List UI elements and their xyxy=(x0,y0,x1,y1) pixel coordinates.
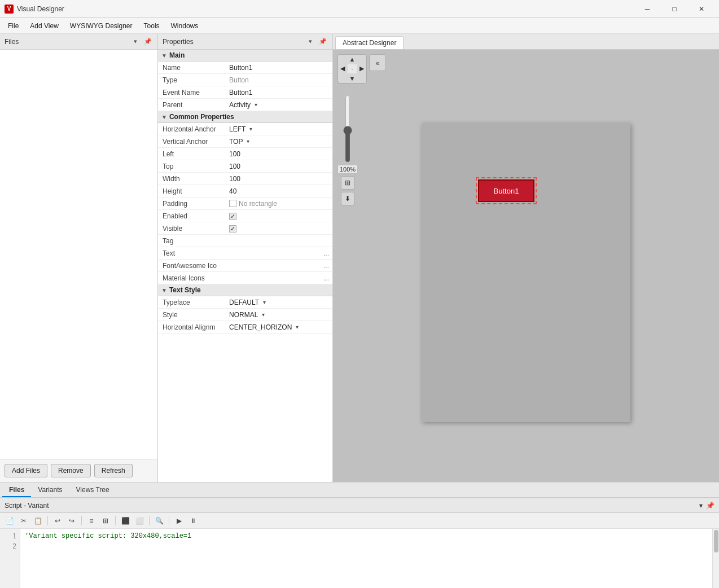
properties-panel-pin[interactable]: 📌 xyxy=(318,37,328,47)
script-redo-btn[interactable]: ↪ xyxy=(65,515,78,527)
nav-down-button[interactable]: ▼ xyxy=(348,73,357,83)
phone-canvas: Button1 xyxy=(422,123,630,422)
prop-h-anchor: Horizontal Anchor LEFT ▾ xyxy=(158,123,332,135)
designer-panel: Abstract Designer Match Chosen Variant ▲… xyxy=(333,34,719,482)
enabled-checkbox[interactable]: ✓ xyxy=(229,213,236,220)
prop-style-value[interactable]: NORMAL ▾ xyxy=(227,310,331,320)
prop-width-value[interactable]: 100 xyxy=(227,174,331,184)
script-new-btn[interactable]: 📄 xyxy=(3,515,16,527)
script-grid-btn[interactable]: ⊞ xyxy=(99,515,112,527)
fit-to-screen-button[interactable]: ⊞ xyxy=(341,176,354,190)
padding-checkbox[interactable] xyxy=(229,200,236,207)
nav-top-right xyxy=(357,55,366,64)
refresh-button[interactable]: Refresh xyxy=(94,464,133,477)
prop-typeface: Typeface DEFAULT ▾ xyxy=(158,296,332,309)
maximize-button[interactable]: □ xyxy=(661,0,687,18)
menu-file[interactable]: File xyxy=(2,20,24,32)
section-main[interactable]: ▼ Main xyxy=(158,50,332,62)
section-textstyle-arrow: ▼ xyxy=(161,287,167,293)
prop-left-label: Left xyxy=(159,149,227,159)
prop-left-value[interactable]: 100 xyxy=(227,149,331,159)
script-pause-btn[interactable]: ⏸ xyxy=(187,515,199,527)
remove-button[interactable]: Remove xyxy=(51,464,91,477)
prop-fontawesome-value[interactable] xyxy=(227,265,323,267)
scrollbar-thumb[interactable] xyxy=(714,530,718,552)
files-panel-arrow[interactable]: ▾ xyxy=(130,37,141,47)
menu-wysiwyg[interactable]: WYSIWYG Designer xyxy=(64,20,138,32)
close-button[interactable]: ✕ xyxy=(689,0,714,18)
menu-windows[interactable]: Windows xyxy=(165,20,204,32)
prop-name-value[interactable]: Button1 xyxy=(227,63,331,73)
properties-content: ▼ Main Name Button1 Type Button Event Na… xyxy=(158,50,332,482)
prop-tag-value[interactable] xyxy=(227,240,331,242)
script-outdent-btn[interactable]: ⬜ xyxy=(133,515,146,527)
text-dots[interactable]: ... xyxy=(323,249,331,257)
files-panel-pin[interactable]: 📌 xyxy=(143,37,153,47)
script-pin[interactable]: 📌 xyxy=(706,502,714,510)
prop-material: Material Icons ... xyxy=(158,272,332,284)
prop-padding-value[interactable]: No rectangle xyxy=(227,199,331,209)
material-dots[interactable]: ... xyxy=(323,274,331,282)
tab-files[interactable]: Files xyxy=(2,484,31,497)
fontawesome-dots[interactable]: ... xyxy=(323,262,331,270)
prop-name-label: Name xyxy=(159,63,227,73)
script-scrollbar[interactable] xyxy=(712,529,719,588)
prop-top: Top 100 xyxy=(158,160,332,173)
prop-tag: Tag xyxy=(158,235,332,247)
prop-parent-value[interactable]: Activity ▾ xyxy=(227,100,331,110)
section-textstyle[interactable]: ▼ Text Style xyxy=(158,284,332,296)
prop-h-align: Horizontal Alignm CENTER_HORIZON ▾ xyxy=(158,321,332,334)
nav-up-button[interactable]: ▲ xyxy=(348,55,357,64)
script-undo-btn[interactable]: ↩ xyxy=(51,515,64,527)
tab-views-tree[interactable]: Views Tree xyxy=(69,484,116,497)
zoom-slider[interactable] xyxy=(342,95,353,163)
download-button[interactable]: ⬇ xyxy=(341,192,354,205)
sep4 xyxy=(149,516,150,525)
tab-variants[interactable]: Variants xyxy=(31,484,69,497)
nav-back-button[interactable]: « xyxy=(369,54,386,71)
h-anchor-arrow: ▾ xyxy=(247,125,255,133)
prop-text-value[interactable] xyxy=(227,252,323,254)
minimize-button[interactable]: ─ xyxy=(634,0,660,18)
nav-right-button[interactable]: ▶ xyxy=(357,64,366,74)
script-indent-btn[interactable]: ⬛ xyxy=(119,515,131,527)
prop-style-label: Style xyxy=(159,310,227,320)
sep1 xyxy=(47,516,48,525)
prop-v-anchor-value[interactable]: TOP ▾ xyxy=(227,137,331,147)
prop-tag-label: Tag xyxy=(159,236,227,246)
menu-tools[interactable]: Tools xyxy=(138,20,165,32)
nav-left-button[interactable]: ◀ xyxy=(338,64,348,74)
script-arrow[interactable]: ▾ xyxy=(699,502,703,510)
nav-top-left xyxy=(338,55,348,64)
nav-center-button[interactable]: · xyxy=(348,64,357,74)
app-icon: V xyxy=(5,5,14,14)
visible-checkbox[interactable]: ✓ xyxy=(229,225,236,232)
script-copy-btn[interactable]: 📋 xyxy=(32,515,44,527)
section-common[interactable]: ▼ Common Properties xyxy=(158,111,332,123)
parent-dropdown-arrow: ▾ xyxy=(252,101,260,109)
prop-width-label: Width xyxy=(159,174,227,184)
prop-type: Type Button xyxy=(158,74,332,86)
prop-h-anchor-value[interactable]: LEFT ▾ xyxy=(227,124,331,134)
v-anchor-arrow: ▾ xyxy=(244,138,252,146)
script-search-btn[interactable]: 🔍 xyxy=(153,515,165,527)
prop-text-label: Text xyxy=(159,248,227,258)
prop-top-value[interactable]: 100 xyxy=(227,161,331,172)
prop-enabled-value[interactable]: ✓ xyxy=(227,211,331,221)
script-text-area[interactable]: 'Variant specific script: 320x480,scale=… xyxy=(20,529,712,588)
script-cut-btn[interactable]: ✂ xyxy=(17,515,30,527)
button1-widget[interactable]: Button1 xyxy=(478,179,534,202)
prop-event-value[interactable]: Button1 xyxy=(227,87,331,98)
properties-panel-arrow[interactable]: ▾ xyxy=(305,37,315,47)
abstract-designer-tab[interactable]: Abstract Designer xyxy=(335,36,404,49)
add-files-button[interactable]: Add Files xyxy=(5,464,47,477)
prop-visible-value[interactable]: ✓ xyxy=(227,223,331,234)
menu-add-view[interactable]: Add View xyxy=(24,20,64,32)
prop-typeface-value[interactable]: DEFAULT ▾ xyxy=(227,297,331,308)
script-format-btn[interactable]: ≡ xyxy=(85,515,98,527)
prop-material-value[interactable] xyxy=(227,277,323,279)
prop-height-value[interactable]: 40 xyxy=(227,186,331,196)
prop-padding: Padding No rectangle xyxy=(158,198,332,210)
script-run-btn[interactable]: ▶ xyxy=(173,515,185,527)
prop-h-align-value[interactable]: CENTER_HORIZON ▾ xyxy=(227,322,331,332)
